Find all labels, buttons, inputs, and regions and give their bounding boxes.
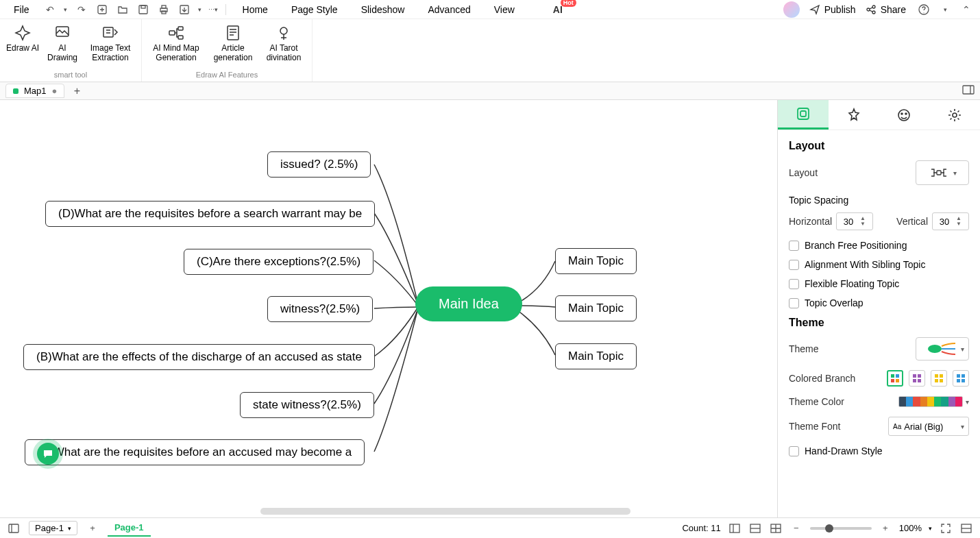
theme-selector[interactable]: ▾ xyxy=(916,337,969,360)
toggle-panel-icon[interactable] xyxy=(962,85,975,97)
share-button[interactable]: Share xyxy=(866,4,906,15)
svg-point-9 xyxy=(872,11,875,14)
svg-rect-36 xyxy=(940,374,943,378)
theme-label: Theme xyxy=(789,343,819,354)
collapse-ribbon-icon[interactable]: ⌃ xyxy=(958,1,975,18)
export-icon[interactable] xyxy=(176,1,193,18)
svg-rect-15 xyxy=(178,36,183,39)
vertical-label: Vertical xyxy=(896,216,928,227)
hand-drawn-checkbox[interactable] xyxy=(789,446,799,456)
layout-selector[interactable]: ▾ xyxy=(916,160,969,185)
theme-color-selector[interactable] xyxy=(898,396,963,407)
topic-left-3[interactable]: (C)Are there exceptions?(2.5%) xyxy=(184,249,373,275)
view-mode-2-icon[interactable] xyxy=(748,522,762,535)
more-dropdown-icon[interactable]: ⋯▾ xyxy=(208,1,219,18)
topic-left-4[interactable]: witness?(2.5%) xyxy=(267,296,373,322)
open-icon[interactable] xyxy=(114,1,131,18)
file-menu[interactable]: File xyxy=(5,1,38,18)
branch-free-checkbox[interactable] xyxy=(789,241,799,251)
edraw-ai-tool[interactable]: Edraw AI xyxy=(4,22,41,64)
mindmap-icon xyxy=(167,23,186,42)
article-generation-tool[interactable]: Article generation xyxy=(208,22,258,64)
topic-right-2[interactable]: Main Topic xyxy=(555,295,637,321)
branch-style-3[interactable] xyxy=(931,370,947,387)
horizontal-spacing-input[interactable]: ▲▼ xyxy=(836,212,873,230)
menu-home[interactable]: Home xyxy=(233,1,278,18)
horizontal-scrollbar[interactable] xyxy=(260,508,630,515)
export-dropdown-icon[interactable]: ▾ xyxy=(197,1,204,18)
branch-style-2[interactable] xyxy=(909,370,925,387)
zoom-slider[interactable] xyxy=(810,527,872,530)
svg-point-8 xyxy=(872,5,875,8)
undo-icon[interactable]: ↶ xyxy=(42,1,58,18)
redo-icon[interactable]: ↷ xyxy=(73,1,90,18)
menu-page-style[interactable]: Page Style xyxy=(282,1,347,18)
svg-rect-34 xyxy=(918,379,921,382)
menu-view[interactable]: View xyxy=(485,1,524,18)
svg-rect-1 xyxy=(139,5,147,14)
zoom-dropdown-icon[interactable]: ▾ xyxy=(929,525,932,532)
ai-chat-button[interactable] xyxy=(37,443,59,465)
svg-rect-44 xyxy=(730,524,739,533)
ai-tarot-tool[interactable]: AI Tarot divination xyxy=(260,22,308,64)
new-icon[interactable] xyxy=(94,1,110,18)
publish-button[interactable]: Publish xyxy=(809,4,856,15)
help-dropdown-icon[interactable]: ▾ xyxy=(942,1,948,18)
topic-right-3[interactable]: Main Topic xyxy=(555,343,637,369)
menu-slideshow[interactable]: Slideshow xyxy=(352,1,415,18)
page-tab[interactable]: Page-1 xyxy=(108,519,151,537)
svg-rect-12 xyxy=(103,27,113,37)
zoom-level[interactable]: 100% xyxy=(899,523,922,533)
branch-style-4[interactable] xyxy=(953,370,969,387)
svg-rect-33 xyxy=(913,379,916,382)
svg-rect-20 xyxy=(800,111,806,117)
topic-left-1[interactable]: issued? (2.5%) xyxy=(267,151,371,178)
spin-down-icon[interactable]: ▼ xyxy=(956,221,961,227)
branch-style-1[interactable] xyxy=(887,370,903,387)
fullscreen-icon[interactable] xyxy=(939,522,953,535)
topic-left-6[interactable]: state witness?(2.5%) xyxy=(240,392,374,418)
view-mode-3-icon[interactable] xyxy=(769,522,783,535)
zoom-in-button[interactable]: + xyxy=(879,522,892,535)
chevron-down-icon: ▾ xyxy=(953,169,957,177)
canvas[interactable]: Main Idea Main Topic Main Topic Main Top… xyxy=(0,100,777,517)
panel-tab-emoji[interactable] xyxy=(879,100,930,130)
topic-left-2[interactable]: (D)What are the requisites before a sear… xyxy=(45,201,375,227)
root-node[interactable]: Main Idea xyxy=(415,286,522,321)
alignment-checkbox[interactable] xyxy=(789,260,799,270)
topic-left-7[interactable]: (A)What are the requisites before an acc… xyxy=(25,439,365,465)
ai-mindmap-tool[interactable]: AI Mind Map Generation xyxy=(146,22,206,64)
ai-logo[interactable]: AIHot xyxy=(553,4,563,15)
print-icon[interactable] xyxy=(156,1,172,18)
fit-icon[interactable] xyxy=(959,522,973,535)
view-mode-1-icon[interactable] xyxy=(728,522,742,535)
menu-advanced[interactable]: Advanced xyxy=(418,1,480,18)
svg-point-23 xyxy=(905,113,907,114)
chevron-down-icon[interactable]: ▾ xyxy=(966,398,969,406)
vertical-spacing-input[interactable]: ▲▼ xyxy=(932,212,969,230)
image-text-extraction-tool[interactable]: Image Text Extraction xyxy=(84,22,137,64)
zoom-out-button[interactable]: − xyxy=(789,522,803,535)
undo-dropdown-icon[interactable]: ▾ xyxy=(62,1,69,18)
page-selector[interactable]: Page-1▾ xyxy=(29,521,77,535)
svg-point-24 xyxy=(953,113,957,117)
ai-drawing-tool[interactable]: AI Drawing xyxy=(42,22,82,64)
document-tab[interactable]: Map1 ● xyxy=(5,84,64,98)
help-icon[interactable] xyxy=(916,1,932,18)
add-page-button[interactable]: + xyxy=(86,522,99,535)
spin-down-icon[interactable]: ▼ xyxy=(860,221,866,227)
panel-tab-settings[interactable] xyxy=(929,100,980,130)
panel-tab-style[interactable] xyxy=(829,100,879,130)
topic-right-1[interactable]: Main Topic xyxy=(555,248,637,274)
edraw-ai-icon xyxy=(13,23,32,42)
outline-toggle-icon[interactable] xyxy=(7,522,21,535)
topic-overlap-checkbox[interactable] xyxy=(789,298,799,308)
topic-left-5[interactable]: (B)What are the effects of the discharge… xyxy=(23,344,375,370)
svg-rect-38 xyxy=(940,379,943,382)
add-tab-button[interactable]: + xyxy=(70,84,84,98)
flexible-floating-checkbox[interactable] xyxy=(789,279,799,289)
theme-font-selector[interactable]: Aa Arial (Big) ▾ xyxy=(888,417,969,436)
panel-tab-layout[interactable] xyxy=(778,100,829,130)
save-icon[interactable] xyxy=(135,1,151,18)
avatar[interactable] xyxy=(783,1,800,18)
